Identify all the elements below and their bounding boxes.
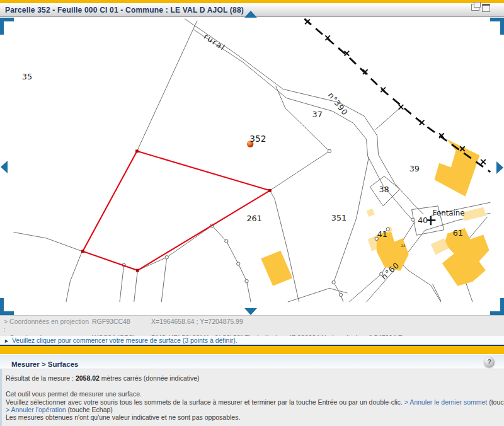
pan-down-arrow[interactable] bbox=[244, 308, 257, 315]
cancel-key-hint: (touche Echap) bbox=[66, 406, 113, 413]
window-controls bbox=[471, 4, 490, 12]
result-suffix: mètres carrés (donnée indicative) bbox=[100, 374, 200, 382]
map-label-house-24: 24 bbox=[401, 244, 406, 248]
instruction-line-2: Veuillez sélectionner avec votre souris … bbox=[6, 398, 504, 406]
pan-left-arrow[interactable] bbox=[1, 161, 8, 173]
map-label-parcel-261: 261 bbox=[246, 214, 261, 223]
pan-up-arrow[interactable] bbox=[244, 11, 257, 18]
status-message: Veuillez cliquer pour commencer votre me… bbox=[12, 337, 238, 344]
measure-status-bar: ►Veuillez cliquer pour commencer votre m… bbox=[0, 336, 504, 345]
projection-system: RGF93CC48 bbox=[92, 318, 151, 334]
map-label-parcel-351: 351 bbox=[331, 213, 346, 222]
result-value: 2058.02 bbox=[76, 374, 100, 382]
result-prefix: Résultat de la mesure : bbox=[6, 374, 76, 382]
map-label-parcel-38: 38 bbox=[379, 185, 389, 194]
instruction-text: Veuillez sélectionner avec votre souris … bbox=[6, 398, 404, 406]
legal-note: Les mesures obtenues n'ont qu'une valeur… bbox=[6, 413, 504, 421]
projection-label: > Coordonnées en projection : bbox=[4, 318, 92, 334]
restore-window-icon[interactable] bbox=[471, 4, 479, 11]
cadastral-map[interactable]: 35373523938261351404161Fontaine24ruraln°… bbox=[0, 17, 504, 315]
map-background bbox=[14, 17, 491, 299]
map-viewport[interactable]: 35373523938261351404161Fontaine24ruraln°… bbox=[0, 17, 504, 315]
message-bullet-icon: ► bbox=[4, 338, 9, 344]
measurement-vertex[interactable] bbox=[268, 189, 272, 192]
map-title: Parcelle 352 - Feuille 000 CI 01 - Commu… bbox=[5, 6, 244, 14]
frame-corner-bottom-left-v bbox=[0, 298, 4, 315]
measure-result: Résultat de la mesure : 2058.02 mètres c… bbox=[6, 374, 504, 382]
map-label-parcel-37: 37 bbox=[312, 110, 323, 119]
instruction-line-1: Cet outil vous permet de mesurer une sur… bbox=[6, 390, 504, 398]
undo-last-vertex-link[interactable]: > Annuler le dernier sommet bbox=[404, 398, 488, 406]
pan-right-arrow[interactable] bbox=[496, 161, 503, 174]
maximize-window-icon[interactable] bbox=[482, 4, 490, 12]
cancel-operation-link[interactable]: > Annuler l'opération bbox=[6, 406, 66, 413]
frame-corner-top-right-v bbox=[500, 18, 504, 35]
map-label-parcel-352: 352 bbox=[249, 134, 266, 144]
frame-corner-top-left-v bbox=[0, 18, 4, 35]
measurement-vertex[interactable] bbox=[81, 250, 84, 253]
help-icon[interactable]: ? bbox=[484, 357, 495, 367]
cancel-line: > Annuler l'opération (touche Echap) bbox=[6, 406, 504, 413]
measurement-vertex[interactable] bbox=[135, 149, 139, 153]
measure-panel-body: Résultat de la mesure : 2058.02 mètres c… bbox=[0, 369, 504, 426]
map-label-parcel-41: 41 bbox=[377, 229, 387, 239]
panel-title: Mesurer > Surfaces bbox=[11, 360, 78, 368]
measure-panel-header: Mesurer > Surfaces ? bbox=[0, 354, 504, 369]
frame-corner-bottom-right-v bbox=[500, 298, 504, 315]
undo-key-hint: (touche Retour) bbox=[487, 398, 504, 406]
projection-values: X=1964658.64 ; Y=7204875.99 bbox=[151, 318, 504, 334]
yellow-divider-bar bbox=[0, 346, 504, 354]
measurement-vertex[interactable] bbox=[136, 269, 139, 272]
projection-coordinates-row: > Coordonnées en projection : RGF93CC48 … bbox=[4, 318, 504, 334]
map-label-fontaine: Fontaine bbox=[433, 209, 465, 217]
coordinates-panel: > Coordonnées en projection : RGF93CC48 … bbox=[0, 315, 504, 336]
map-label-parcel-35: 35 bbox=[22, 72, 32, 81]
map-label-parcel-61: 61 bbox=[453, 228, 463, 238]
map-label-parcel-40: 40 bbox=[418, 216, 428, 225]
map-label-parcel-39: 39 bbox=[410, 164, 420, 173]
cadastre-page: Parcelle 352 - Feuille 000 CI 01 - Commu… bbox=[0, 0, 504, 426]
